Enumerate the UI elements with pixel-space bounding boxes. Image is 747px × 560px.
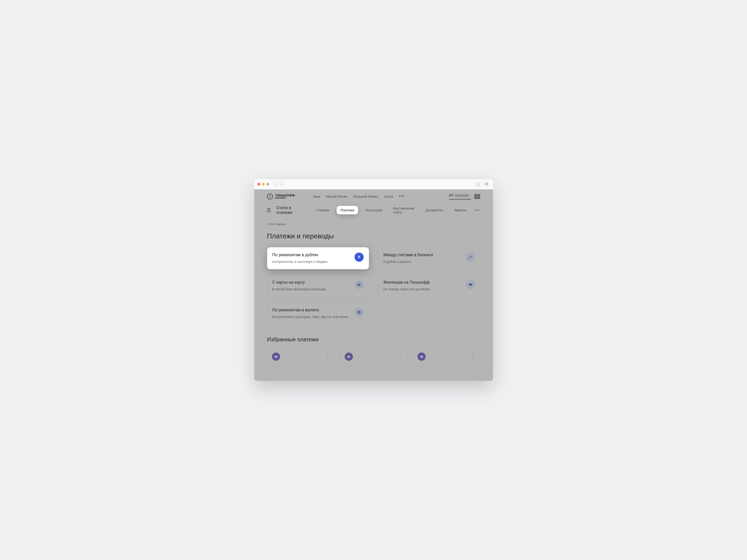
- tab-invoice[interactable]: Выставление счета: [390, 205, 417, 216]
- card-subtitle: В рублях и валюте: [383, 260, 433, 264]
- card-payment-rub[interactable]: По реквизитам в рублях Контрагентам, в н…: [267, 247, 369, 269]
- top-menu-item[interactable]: Банк: [313, 195, 320, 198]
- brand-logo[interactable]: ТИНЬКОФФ БИЗНЕС: [267, 193, 295, 199]
- top-menu-item[interactable]: Касса: [384, 195, 393, 198]
- more-icon[interactable]: ⋮: [325, 352, 330, 358]
- back-link-label: На главную: [270, 222, 286, 226]
- globe-icon: [355, 308, 364, 317]
- brand-subtitle: БИЗНЕС: [275, 197, 295, 199]
- briefcase-icon: [417, 352, 426, 361]
- topbar: ТИНЬКОФФ БИЗНЕС Банк Малый бизнес Большо…: [254, 189, 493, 202]
- card-title: С карты на карту: [272, 280, 326, 285]
- card-currency[interactable]: По реквизитам в валюте Контрагентам в до…: [267, 302, 369, 325]
- card-title: Между счетами в Бизнесе: [383, 252, 433, 257]
- card-between-accounts[interactable]: Между счетами в Бизнесе В рублях и валют…: [378, 247, 480, 269]
- favorite-card[interactable]: ⋮: [413, 348, 480, 366]
- viewport: ТИНЬКОФФ БИЗНЕС Банк Малый бизнес Большо…: [254, 189, 493, 381]
- ruble-icon: ₽: [355, 252, 364, 262]
- tab-row: Счета и платежи Главное Платежи Репутаци…: [254, 202, 493, 216]
- maximize-window-icon[interactable]: [267, 183, 269, 186]
- more-icon[interactable]: ⋮: [471, 352, 475, 358]
- card-icon: [355, 280, 364, 289]
- tab-payments-label: Платежи: [340, 208, 354, 212]
- section-title: Счета и платежи: [277, 206, 299, 215]
- browser-window: ТИНЬКОФФ БИЗНЕС Банк Малый бизнес Большо…: [254, 179, 493, 381]
- user-suffix: .: [470, 193, 471, 197]
- transfer-icon: [466, 252, 475, 262]
- brand-seal-icon: [267, 193, 273, 199]
- tab-payments[interactable]: Платежи: [337, 206, 358, 214]
- favorite-card[interactable]: ⋮: [267, 348, 334, 366]
- svg-rect-5: [358, 284, 360, 285]
- card-subtitle: Контрагентам в долларах, евро, фунтах ил…: [272, 315, 349, 319]
- favorites-title: Избранные платежи: [254, 324, 493, 345]
- briefcase-icon: [272, 352, 280, 361]
- tab-main[interactable]: Главное: [313, 206, 332, 214]
- card-individuals[interactable]: Физлицам на Тинькофф По номеру карты или…: [378, 275, 480, 297]
- card-subtitle: Контрагентам, в налоговую и бюджет: [272, 260, 328, 264]
- user-dropdown-icon[interactable]: [474, 194, 480, 199]
- svg-text:₽: ₽: [358, 256, 360, 259]
- back-link[interactable]: На главную: [267, 222, 480, 226]
- minimize-window-icon[interactable]: [262, 183, 265, 186]
- card-title: По реквизитам в валюте: [272, 308, 349, 313]
- card-title: Физлицам на Тинькофф: [383, 280, 430, 285]
- forward-button[interactable]: [279, 182, 284, 187]
- top-menu: Банк Малый бизнес Большой бизнес Касса •…: [313, 194, 440, 199]
- card-in-icon: [466, 280, 475, 289]
- brand-title: ТИНЬКОФФ: [275, 194, 295, 197]
- tabs-button[interactable]: [483, 182, 490, 187]
- user-name-masked: [455, 194, 469, 197]
- tab-reputation[interactable]: Репутация: [362, 206, 385, 214]
- user-name: ИП .: [449, 193, 471, 199]
- favorite-card[interactable]: ⋮: [340, 348, 407, 366]
- traffic-lights: [257, 183, 269, 186]
- favorites-row: ⋮ ⋮ ⋮: [254, 345, 493, 366]
- user-prefix: ИП: [449, 193, 454, 197]
- titlebar: [254, 179, 493, 189]
- share-button[interactable]: [475, 182, 482, 187]
- card-card-to-card[interactable]: С карты на карту В любой банк физлицам и…: [267, 275, 369, 297]
- tab-limits[interactable]: Лимиты: [451, 206, 469, 214]
- more-icon[interactable]: ⋮: [398, 352, 402, 358]
- chevron-left-icon: [267, 223, 269, 225]
- card-title: По реквизитам в рублях: [272, 252, 328, 257]
- top-menu-item[interactable]: Малый бизнес: [326, 195, 347, 198]
- briefcase-icon: [345, 352, 353, 361]
- svg-rect-4: [358, 284, 360, 286]
- card-subtitle: По номеру карты или договора: [383, 287, 430, 292]
- close-window-icon[interactable]: [257, 183, 260, 186]
- user-area[interactable]: ИП .: [449, 193, 480, 199]
- top-menu-item[interactable]: Большой бизнес: [354, 195, 379, 198]
- top-menu-more-icon[interactable]: •••: [399, 194, 405, 199]
- card-subtitle: В любой банк физлицам и юрлицам: [272, 287, 326, 292]
- back-button[interactable]: [273, 182, 279, 187]
- cards-grid: По реквизитам в рублях Контрагентам, в н…: [254, 242, 493, 325]
- page-title: Платежи и переводы: [254, 226, 493, 242]
- nav-buttons: [273, 182, 284, 187]
- tabs-more-icon[interactable]: •••: [475, 208, 480, 212]
- menu-burger-icon[interactable]: [267, 208, 271, 212]
- svg-rect-6: [469, 284, 472, 286]
- tab-documents[interactable]: Документы: [423, 206, 446, 214]
